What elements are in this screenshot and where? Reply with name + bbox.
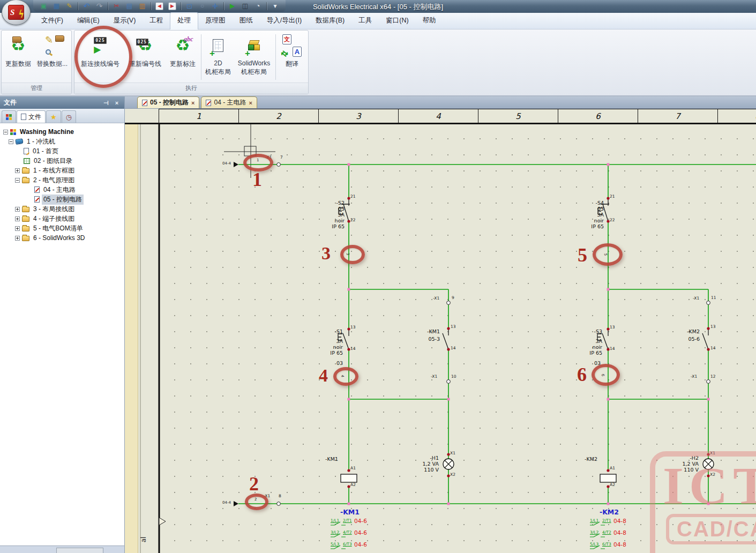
files-tab-label: 文件 [28, 113, 41, 122]
title-bar: S ϟ ▣ ▦ ✎ ↶ ↷ ✂ ▤ ▥ ◀ ▶ ⊡ ○ ✛ ▶ ◫ ◔ [0, 0, 756, 13]
schematic-canvas[interactable]: al 04-4 04-4 1 2 3 4 5 6 -S2 03 3A noir [125, 124, 756, 553]
components-icon [6, 114, 12, 120]
km2-aux-pin: 13 [710, 324, 716, 329]
collapse-icon[interactable] [15, 178, 20, 183]
menu-item-process[interactable]: 处理 [170, 12, 198, 29]
menu-item-drawing[interactable]: 图纸 [233, 13, 260, 29]
tree-item-control-circuit[interactable]: 05 - 控制电路 [0, 195, 124, 204]
cabinet-2d-label-line1: 2D [214, 59, 222, 67]
ribbon-group-manage: ♻ 更新数据 ✎ 替换数据... 管理 [1, 30, 72, 94]
collapse-icon[interactable] [3, 130, 8, 134]
expand-icon[interactable] [15, 236, 20, 241]
tree-item-project-root[interactable]: Washing Machine [0, 127, 124, 137]
group-label-manage: 管理 [2, 83, 71, 94]
close-tab-icon[interactable]: × [249, 100, 252, 106]
s2-pin: 21 [350, 194, 356, 199]
menu-item-tools[interactable]: 工具 [351, 13, 379, 29]
s2-attr: 3A [313, 212, 345, 218]
menu-item-window[interactable]: 窗口(N) [379, 13, 415, 29]
tree-item-bom-folder[interactable]: 5 - 电气BOM清单 [0, 223, 124, 233]
annotation-number-3: 3 [321, 243, 331, 264]
wire-number-6: 6 [601, 374, 605, 376]
km1-aux-pin: 13 [451, 324, 456, 329]
tree-item-main-circuit[interactable]: 04 - 主电路 [0, 185, 124, 195]
expand-icon[interactable] [15, 216, 20, 221]
update-data-button[interactable]: ♻ 更新数据 [3, 32, 34, 83]
cabinet-sw-label-line1: SolidWorks [238, 59, 270, 67]
tree-item-schematic-folder[interactable]: 2 - 电气原理图 [0, 175, 124, 185]
close-icon[interactable]: × [113, 99, 121, 107]
group-label-execute: 执行 [74, 83, 308, 94]
cabinet-2d-button[interactable]: + 2D 机柜布局 [203, 32, 234, 83]
terminal-x1-label: -X1 [265, 155, 272, 160]
pin-icon[interactable]: ⊤ [102, 99, 110, 107]
cabinet-sw-icon: + [248, 34, 260, 57]
component-ref-km2-aux: -KM2 [668, 328, 700, 334]
app-logo[interactable]: S ϟ [2, 0, 31, 25]
renumber-wires-button[interactable]: ♻025 重新编号线 [125, 32, 166, 83]
cabinet-sw-button[interactable]: + SolidWorks 机柜布局 [234, 32, 274, 83]
logo-letter: S [10, 8, 14, 17]
annotation-number-6: 6 [577, 363, 587, 386]
close-tab-icon[interactable]: × [191, 100, 194, 106]
tab-control-circuit[interactable]: 05 - 控制电路 × [137, 96, 199, 108]
folder-icon [22, 236, 29, 241]
expand-icon[interactable] [15, 226, 20, 231]
menu-item-help[interactable]: 帮助 [416, 13, 443, 29]
s3-attr: IP 65 [571, 350, 602, 356]
menu-item-database[interactable]: 数据库(B) [309, 13, 351, 29]
menu-item-view[interactable]: 显示(V) [107, 13, 143, 29]
menu-item-schematic[interactable]: 原理图 [198, 13, 233, 29]
s2-attr: 03 [313, 206, 345, 212]
tab-favorites[interactable]: ★ [46, 110, 61, 123]
xref-page: 04-8 [613, 541, 626, 548]
s2-attr: noir [313, 218, 345, 223]
tree-item-wiring-diagram-folder[interactable]: 1 - 布线方框图 [0, 166, 124, 175]
xref-page: 04-6 [354, 541, 367, 548]
collapse-icon[interactable] [9, 139, 13, 144]
new-wire-number-button[interactable]: 025 ▶ 新连接线编号 [76, 32, 125, 83]
ribbon: ♻ 更新数据 ✎ 替换数据... 管理 025 ▶ [0, 29, 756, 96]
tab-files[interactable]: 文件 [17, 110, 46, 123]
translate-button[interactable]: 文 A ⇄ 翻译 [277, 32, 307, 83]
tree-item-terminal-folder[interactable]: 4 - 端子接线图 [0, 214, 124, 223]
component-ref-km1-coil: -KM1 [306, 456, 338, 462]
ruler-column: 6 [558, 109, 638, 123]
km1-coil-pin: A1 [350, 466, 356, 470]
km2-aux-location: 05-6 [668, 336, 700, 342]
menu-item-import-export[interactable]: 导入/导出(I) [260, 13, 309, 29]
expand-icon[interactable] [15, 207, 20, 212]
menu-item-edit[interactable]: 编辑(E) [70, 13, 107, 29]
tree-item-drawing-index[interactable]: 02 - 图纸目录 [0, 156, 124, 166]
tree-item-book[interactable]: 1 - 冲洗机 [0, 137, 124, 146]
document-tab-bar: 05 - 控制电路 × 04 - 主电路 × [125, 96, 756, 109]
tree-item-layout-folder[interactable]: 3 - 布局接线图 [0, 204, 124, 214]
watermark-line1: ICT [663, 458, 756, 514]
tree-item-solidworks3d-folder[interactable]: 6 - SolidWorks 3D [0, 233, 124, 243]
menu-item-file[interactable]: 文件(F) [34, 13, 70, 29]
cabinet-sw-label-line2: 机柜布局 [241, 68, 267, 77]
ruler-column: 1 [159, 109, 238, 123]
terminal-x1-label: -X1 [693, 296, 699, 301]
tree-item-cover-page[interactable]: 01 - 首页 [0, 146, 124, 156]
annotation-number-4: 4 [319, 365, 328, 386]
terminal-x1-label: -X1 [431, 374, 437, 379]
wire-number-4: 4 [340, 375, 345, 377]
km2-aux-pin: 14 [710, 346, 716, 350]
application-window: S ϟ ▣ ▦ ✎ ↶ ↷ ✂ ▤ ▥ ◀ ▶ ⊡ ○ ✛ ▶ ◫ ◔ [0, 0, 756, 553]
expand-icon[interactable] [15, 168, 20, 173]
replace-data-button[interactable]: ✎ 替换数据... [34, 32, 70, 83]
s1-attr: noir [312, 344, 343, 350]
tab-components[interactable] [2, 110, 16, 123]
update-annotation-button[interactable]: ♻abc 更新标注 [166, 32, 200, 83]
renumber-wires-icon: ♻025 [138, 34, 153, 57]
s4-attr: IP 65 [573, 223, 604, 229]
lightning-icon: ϟ [19, 8, 24, 20]
menu-item-project[interactable]: 工程 [143, 13, 170, 29]
tab-main-circuit[interactable]: 04 - 主电路 × [201, 96, 257, 108]
tab-recent[interactable]: ◷ [62, 110, 76, 123]
collapsed-panel-fragment [56, 548, 103, 553]
update-annotation-label: 更新标注 [170, 59, 196, 69]
document-tab-icon [142, 100, 147, 106]
group-separator [275, 34, 276, 80]
